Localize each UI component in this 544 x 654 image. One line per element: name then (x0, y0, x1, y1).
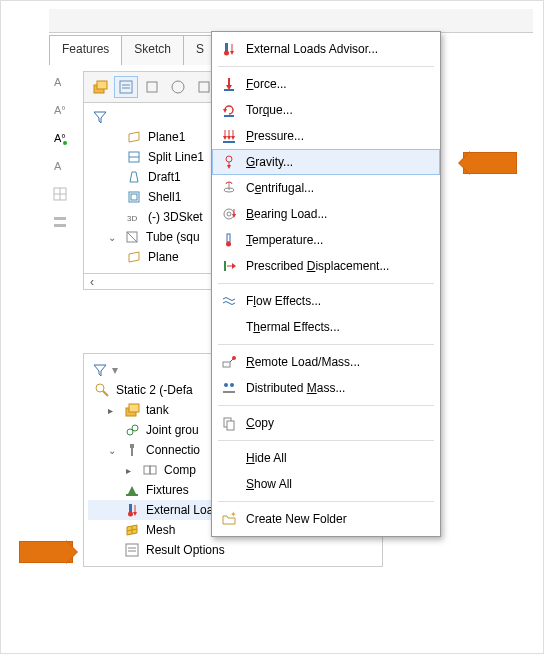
tree-item-label: Connectio (146, 443, 200, 457)
svg-line-31 (103, 391, 108, 396)
svg-rect-11 (97, 81, 107, 89)
svg-rect-17 (199, 82, 209, 92)
plane-icon (126, 249, 142, 265)
text-a-green-icon: A° (52, 130, 68, 146)
svg-marker-40 (128, 486, 136, 494)
collapse-icon[interactable]: ⌄ (108, 445, 118, 456)
menu-separator (218, 283, 434, 284)
thermometer-arrow-icon (221, 41, 237, 57)
menu-item-remote-load[interactable]: Remote Load/Mass... (212, 349, 440, 375)
svg-rect-42 (129, 504, 132, 512)
tree-item-label: tank (146, 403, 169, 417)
expand-icon[interactable]: ▸ (108, 405, 118, 416)
tab-sketch[interactable]: Sketch (121, 35, 184, 65)
assembly-icon (92, 79, 108, 95)
svg-marker-28 (129, 252, 139, 262)
menu-item-distributed-mass[interactable]: Distributed Mass... (212, 375, 440, 401)
svg-point-74 (227, 212, 231, 216)
menu-item-show-all[interactable]: Show All (212, 471, 440, 497)
svg-marker-22 (130, 172, 138, 182)
more-icon (196, 79, 212, 95)
svg-rect-12 (120, 81, 132, 93)
menu-item-new-folder[interactable]: ✦ Create New Folder (212, 506, 440, 532)
menu-item-label: Thermal Effects... (246, 320, 340, 334)
annotation-tool-6[interactable] (49, 211, 71, 233)
menu-item-label: Remote Load/Mass... (246, 355, 360, 369)
centrifugal-icon (221, 180, 237, 196)
menu-item-force[interactable]: Force... (212, 71, 440, 97)
expand-icon[interactable]: ▸ (126, 465, 136, 476)
feature-manager-tab[interactable] (88, 76, 112, 98)
text-a-icon: A° (52, 102, 68, 118)
svg-rect-89 (227, 421, 234, 430)
menu-item-label: Gravity... (246, 155, 293, 169)
menu-separator (218, 344, 434, 345)
tree-item-label: Mesh (146, 523, 175, 537)
ribbon-tabs: Features Sketch S (49, 35, 216, 65)
annotation-tool-4[interactable]: A (49, 155, 71, 177)
text-a-icon: A (52, 158, 68, 174)
svg-point-3 (63, 141, 67, 145)
menu-item-advisor[interactable]: External Loads Advisor... (212, 36, 440, 62)
menu-item-hide-all[interactable]: Hide All (212, 445, 440, 471)
menu-item-label: Copy (246, 416, 274, 430)
menu-item-label: External Loads Advisor... (246, 42, 378, 56)
menu-separator (218, 405, 434, 406)
shell-icon (126, 189, 142, 205)
svg-rect-33 (129, 404, 139, 412)
annotation-tool-1[interactable]: A (49, 71, 71, 93)
display-manager-tab[interactable] (166, 76, 190, 98)
menu-item-centrifugal[interactable]: Centrifugal... (212, 175, 440, 201)
menu-item-temperature[interactable]: Temperature... (212, 227, 440, 253)
svg-point-30 (96, 384, 104, 392)
svg-marker-70 (227, 165, 231, 169)
funnel-icon (92, 362, 108, 378)
menu-item-label: Bearing Load... (246, 207, 327, 221)
svg-text:A: A (54, 76, 62, 88)
annotation-tool-2[interactable]: A° (49, 99, 71, 121)
title-bar (49, 9, 533, 33)
annotation-tool-5[interactable] (49, 183, 71, 205)
svg-rect-24 (131, 194, 137, 200)
menu-item-copy[interactable]: Copy (212, 410, 440, 436)
menu-item-displacement[interactable]: Prescribed Displacement... (212, 253, 440, 279)
tree-item-label: Comp (164, 463, 196, 477)
configuration-tab[interactable] (140, 76, 164, 98)
annotation-tool-3[interactable]: A° (49, 127, 71, 149)
displacement-icon (221, 258, 237, 274)
tree-item-label: Shell1 (148, 190, 181, 204)
svg-line-27 (127, 232, 137, 242)
menu-item-flow[interactable]: Flow Effects... (212, 288, 440, 314)
menu-item-thermal[interactable]: Thermal Effects... (212, 314, 440, 340)
settings-icon (52, 214, 68, 230)
callout-arrow-external-loads (19, 541, 73, 563)
flow-icon (221, 293, 237, 309)
menu-item-torque[interactable]: Torque... (212, 97, 440, 123)
svg-point-78 (226, 242, 231, 247)
menu-item-label: Create New Folder (246, 512, 347, 526)
menu-item-pressure[interactable]: Pressure... (212, 123, 440, 149)
menu-item-label: Show All (246, 477, 292, 491)
property-manager-tab[interactable] (114, 76, 138, 98)
tree-item-result-options[interactable]: Result Options (88, 540, 378, 560)
tree-item-label: Result Options (146, 543, 225, 557)
config-icon (144, 79, 160, 95)
distributed-mass-icon (221, 380, 237, 396)
svg-text:✦: ✦ (230, 511, 237, 519)
tree-item-label: (-) 3DSket (148, 210, 203, 224)
svg-rect-82 (223, 362, 230, 367)
contact-icon (142, 462, 158, 478)
svg-rect-8 (54, 217, 66, 220)
menu-item-gravity[interactable]: Gravity... (212, 149, 440, 175)
svg-point-86 (230, 383, 234, 387)
svg-marker-65 (227, 136, 231, 140)
tab-features[interactable]: Features (49, 35, 122, 65)
collapse-icon[interactable]: ⌄ (108, 232, 118, 243)
weldment-icon (124, 229, 140, 245)
svg-rect-36 (130, 444, 134, 448)
left-toolbar: A A° A° A (49, 71, 79, 233)
bearing-icon (221, 206, 237, 222)
scroll-left-icon[interactable]: ‹ (84, 275, 100, 289)
svg-point-35 (132, 425, 138, 431)
menu-item-bearing[interactable]: Bearing Load... (212, 201, 440, 227)
